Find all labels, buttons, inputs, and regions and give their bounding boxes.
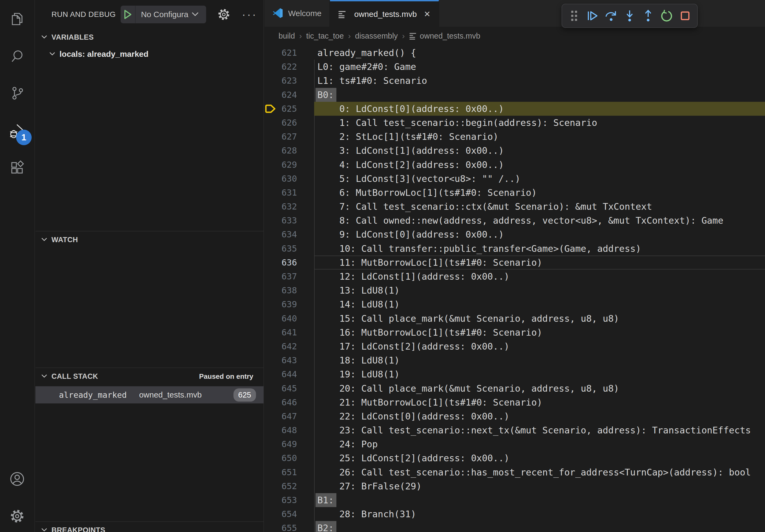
line-number-gutter[interactable]: 647: [265, 409, 314, 423]
line-text[interactable]: 21: MutBorrowLoc[1](ts#1#0: Scenario): [314, 396, 765, 409]
line-text[interactable]: 20: Call place_mark(&mut Scenario, addre…: [314, 382, 765, 396]
line-number-gutter[interactable]: 653: [265, 493, 314, 507]
line-number-gutter[interactable]: 644: [265, 367, 314, 381]
line-text[interactable]: 14: LdU8(1): [314, 297, 765, 311]
line-number-gutter[interactable]: 650: [265, 451, 314, 465]
locals-row[interactable]: locals: already_marked: [35, 46, 264, 63]
tab-owned-tests[interactable]: owned_tests.mvb ✕: [330, 0, 439, 27]
line-number-gutter[interactable]: 651: [265, 465, 314, 479]
line-text[interactable]: B0:: [314, 88, 765, 102]
line-number-gutter[interactable]: 648: [265, 423, 314, 437]
settings-gear-icon[interactable]: [0, 503, 34, 529]
line-text[interactable]: 15: Call place_mark(&mut Scenario, addre…: [314, 312, 765, 326]
line-text[interactable]: 12: LdConst[1](address: 0x00..): [314, 269, 765, 283]
line-text[interactable]: 5: LdConst[3](vector<u8>: "" /..): [314, 172, 765, 186]
line-text[interactable]: 22: LdConst[0](address: 0x00..): [314, 409, 765, 423]
line-text[interactable]: 4: LdConst[2](address: 0x00..): [314, 158, 765, 172]
breadcrumb-item[interactable]: owned_tests.mvb: [420, 32, 480, 40]
line-number-gutter[interactable]: 639: [265, 297, 314, 311]
watch-header[interactable]: WATCH: [35, 231, 264, 248]
line-text[interactable]: 24: Pop: [314, 437, 765, 451]
restart-icon[interactable]: [660, 9, 673, 23]
line-text[interactable]: 7: Call test_scenario::ctx(&mut Scenario…: [314, 199, 765, 213]
line-number-gutter[interactable]: 632: [265, 199, 314, 213]
breadcrumb-item[interactable]: tic_tac_toe: [306, 32, 344, 40]
line-text[interactable]: 18: LdU8(1): [314, 353, 765, 367]
line-text[interactable]: L0: game#2#0: Game: [314, 60, 765, 74]
line-number-gutter[interactable]: 634: [265, 227, 314, 241]
breadcrumb-item[interactable]: disassembly: [355, 32, 398, 40]
line-number-gutter[interactable]: 655: [265, 521, 314, 532]
call-stack-frame[interactable]: already_marked owned_tests.mvb 625: [35, 386, 264, 403]
line-number-gutter[interactable]: 645: [265, 382, 314, 396]
line-text[interactable]: 16: MutBorrowLoc[1](ts#1#0: Scenario): [314, 326, 765, 339]
line-text[interactable]: already_marked() {: [314, 46, 765, 60]
variables-header[interactable]: VARIABLES: [35, 29, 264, 46]
line-text[interactable]: 3: LdConst[1](address: 0x00..): [314, 143, 765, 157]
line-number-gutter[interactable]: 629: [265, 158, 314, 172]
line-number-gutter[interactable]: 621: [265, 46, 314, 60]
more-actions-icon[interactable]: ···: [242, 9, 258, 21]
line-text[interactable]: 11: MutBorrowLoc[1](ts#1#0: Scenario): [314, 256, 765, 269]
line-text[interactable]: 0: LdConst[0](address: 0x00..): [314, 102, 765, 116]
step-out-icon[interactable]: [641, 9, 655, 23]
line-text[interactable]: L1: ts#1#0: Scenario: [314, 74, 765, 88]
line-text[interactable]: 2: StLoc[1](ts#1#0: Scenario): [314, 130, 765, 143]
start-debug-icon[interactable]: [121, 6, 136, 23]
line-text[interactable]: 9: LdConst[0](address: 0x00..): [314, 227, 765, 241]
line-number-gutter[interactable]: 654: [265, 507, 314, 521]
line-text[interactable]: 6: MutBorrowLoc[1](ts#1#0: Scenario): [314, 186, 765, 199]
line-number-gutter[interactable]: 637: [265, 269, 314, 283]
breadcrumb-item[interactable]: build: [279, 32, 295, 40]
line-number-gutter[interactable]: 643: [265, 353, 314, 367]
explorer-icon[interactable]: [0, 6, 34, 32]
line-number-gutter[interactable]: 646: [265, 396, 314, 409]
line-text[interactable]: 28: Branch(31): [314, 507, 765, 521]
line-text[interactable]: 1: Call test_scenario::begin(address): S…: [314, 116, 765, 130]
search-icon[interactable]: [0, 43, 34, 69]
line-number-gutter[interactable]: 631: [265, 186, 314, 199]
stop-icon[interactable]: [678, 9, 692, 23]
line-number-gutter[interactable]: 635: [265, 242, 314, 256]
line-text[interactable]: 23: Call test_scenario::next_tx(&mut Sce…: [314, 423, 765, 437]
line-number-gutter[interactable]: 622: [265, 60, 314, 74]
line-number-gutter[interactable]: 641: [265, 326, 314, 339]
step-into-icon[interactable]: [623, 9, 636, 23]
line-number-gutter[interactable]: 624: [265, 88, 314, 102]
run-and-debug-icon[interactable]: 1: [0, 119, 34, 144]
line-number-gutter[interactable]: 636: [265, 256, 314, 269]
line-number-gutter[interactable]: 642: [265, 339, 314, 353]
line-number-gutter[interactable]: 623: [265, 74, 314, 88]
line-number-gutter[interactable]: 627: [265, 130, 314, 143]
drag-grip-icon[interactable]: [567, 9, 581, 23]
line-number-gutter[interactable]: 628: [265, 143, 314, 157]
line-number-gutter[interactable]: 625: [265, 102, 314, 116]
line-number-gutter[interactable]: 633: [265, 213, 314, 227]
line-text[interactable]: 26: Call test_scenario::has_most_recent_…: [314, 465, 765, 479]
line-number-gutter[interactable]: 626: [265, 116, 314, 130]
debug-settings-gear-icon[interactable]: [217, 8, 231, 21]
line-text[interactable]: 13: LdU8(1): [314, 283, 765, 297]
line-text[interactable]: 27: BrFalse(29): [314, 479, 765, 493]
line-number-gutter[interactable]: 649: [265, 437, 314, 451]
source-control-icon[interactable]: [0, 80, 34, 106]
line-text[interactable]: 19: LdU8(1): [314, 367, 765, 381]
line-number-gutter[interactable]: 652: [265, 479, 314, 493]
line-text[interactable]: 10: Call transfer::public_transfer<Game>…: [314, 242, 765, 256]
continue-icon[interactable]: [586, 9, 599, 23]
close-icon[interactable]: ✕: [424, 9, 430, 19]
extensions-icon[interactable]: [0, 155, 34, 181]
call-stack-header[interactable]: CALL STACK Paused on entry: [35, 368, 264, 385]
line-number-gutter[interactable]: 638: [265, 283, 314, 297]
launch-config-dropdown[interactable]: No Configura: [121, 6, 206, 23]
line-text[interactable]: 17: LdConst[2](address: 0x00..): [314, 339, 765, 353]
tab-welcome[interactable]: Welcome: [265, 0, 330, 27]
step-over-icon[interactable]: [604, 9, 618, 23]
line-text[interactable]: B2:: [314, 521, 765, 532]
account-icon[interactable]: [0, 466, 34, 492]
breakpoints-header[interactable]: BREAKPOINTS: [35, 522, 264, 532]
line-text[interactable]: 8: Call owned::new(address, address, vec…: [314, 213, 765, 227]
line-text[interactable]: B1:: [314, 493, 765, 507]
line-text[interactable]: 25: LdConst[2](address: 0x00..): [314, 451, 765, 465]
line-number-gutter[interactable]: 630: [265, 172, 314, 186]
